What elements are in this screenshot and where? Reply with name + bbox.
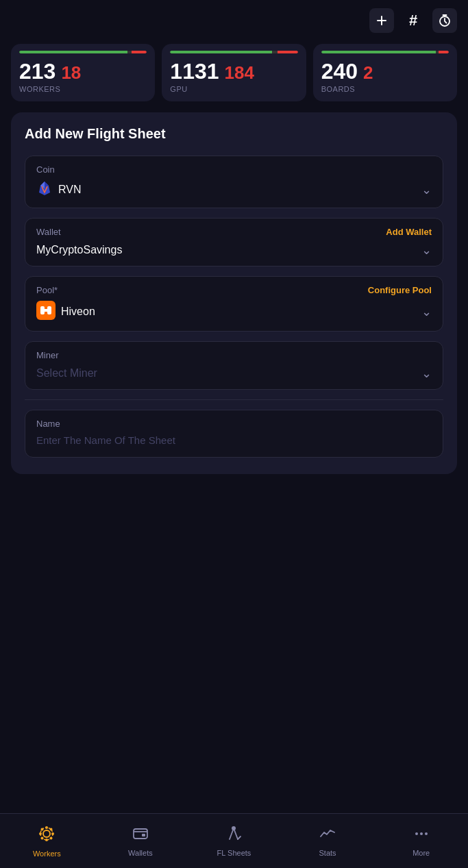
workers-main: 213 (19, 60, 56, 82)
workers-nav-icon (38, 825, 56, 847)
nav-item-flsheets[interactable]: FL Sheets (187, 819, 281, 864)
svg-rect-21 (142, 834, 145, 836)
more-nav-icon (413, 826, 430, 846)
boards-main: 240 (321, 60, 358, 82)
add-button[interactable] (369, 8, 394, 33)
gpu-sub: 184 (225, 64, 254, 82)
flsheets-nav-icon (225, 826, 242, 846)
svg-point-13 (45, 839, 48, 841)
wallet-value-text: MyCryptoSavings (36, 244, 122, 256)
form-divider (25, 399, 443, 400)
boards-label: BOARDS (321, 85, 449, 93)
rvn-icon (36, 180, 53, 199)
miner-value-text: Select Miner (36, 367, 97, 380)
svg-point-16 (41, 828, 44, 830)
svg-point-15 (51, 832, 54, 835)
pool-field[interactable]: Pool* Configure Pool Hiveon ⌄ (25, 276, 443, 332)
svg-point-10 (43, 830, 50, 837)
gpu-card[interactable]: 1131 184 GPU (162, 44, 306, 101)
more-nav-label: More (412, 849, 430, 857)
workers-sub: 18 (61, 64, 81, 82)
pool-label: Pool* (36, 285, 58, 295)
coin-label: Coin (36, 164, 55, 175)
miner-chevron-icon: ⌄ (421, 366, 432, 381)
stats-nav-icon (319, 826, 336, 846)
miner-field[interactable]: Miner Select Miner ⌄ (25, 341, 443, 390)
pool-value-text: Hiveon (36, 301, 95, 323)
svg-point-25 (425, 832, 428, 835)
stats-row: 213 18 WORKERS 1131 184 GPU 240 2 BOARDS (0, 38, 468, 112)
hash-button[interactable]: # (401, 8, 426, 33)
svg-point-17 (50, 828, 53, 830)
configure-pool-button[interactable]: Configure Pool (368, 285, 432, 295)
coin-field[interactable]: Coin RVN ⌄ (25, 156, 443, 208)
svg-point-14 (39, 832, 42, 835)
wallets-nav-label: Wallets (128, 849, 153, 857)
svg-point-18 (41, 836, 44, 839)
nav-item-wallets[interactable]: Wallets (94, 819, 188, 864)
timer-button[interactable] (432, 8, 457, 33)
svg-point-22 (232, 826, 236, 830)
bottom-nav: Workers Wallets FL Sheets (0, 813, 468, 868)
svg-rect-9 (40, 309, 51, 312)
coin-chevron-icon: ⌄ (421, 182, 432, 197)
coin-value-text: RVN (36, 180, 82, 199)
nav-item-stats[interactable]: Stats (281, 819, 375, 864)
flsheets-nav-label: FL Sheets (217, 849, 251, 857)
wallet-field[interactable]: Wallet Add Wallet MyCryptoSavings ⌄ (25, 218, 443, 266)
workers-nav-label: Workers (33, 850, 61, 858)
name-label: Name (36, 419, 60, 429)
boards-sub: 2 (363, 64, 373, 82)
hiveon-icon (36, 301, 56, 323)
boards-card[interactable]: 240 2 BOARDS (313, 44, 457, 101)
svg-rect-1 (377, 20, 386, 21)
top-bar: # (0, 0, 468, 38)
wallet-chevron-icon: ⌄ (421, 243, 432, 258)
gpu-main: 1131 (170, 60, 219, 82)
wallet-label: Wallet (36, 227, 61, 237)
main-content: Add New Flight Sheet Coin (0, 112, 468, 795)
stats-nav-label: Stats (319, 849, 336, 857)
nav-item-more[interactable]: More (374, 819, 468, 864)
svg-point-19 (50, 836, 53, 839)
gpu-label: GPU (170, 85, 297, 93)
wallet-value: MyCryptoSavings (36, 244, 122, 256)
svg-point-23 (415, 832, 418, 835)
svg-rect-20 (134, 829, 147, 839)
form-title: Add New Flight Sheet (25, 126, 443, 142)
pool-value: Hiveon (61, 306, 95, 318)
miner-value: Select Miner (36, 367, 97, 380)
workers-label: WORKERS (19, 85, 147, 93)
svg-point-12 (45, 826, 48, 829)
coin-value: RVN (58, 184, 82, 196)
svg-point-24 (420, 832, 423, 835)
workers-card[interactable]: 213 18 WORKERS (11, 44, 155, 101)
add-wallet-button[interactable]: Add Wallet (386, 227, 432, 237)
flight-sheet-form: Add New Flight Sheet Coin (11, 112, 457, 474)
pool-chevron-icon: ⌄ (421, 304, 432, 319)
name-placeholder: Enter The Name Of The Sheet (36, 434, 432, 446)
nav-item-workers[interactable]: Workers (0, 818, 94, 865)
miner-label: Miner (36, 350, 59, 360)
wallets-nav-icon (132, 826, 149, 846)
name-field[interactable]: Name Enter The Name Of The Sheet (25, 410, 443, 458)
